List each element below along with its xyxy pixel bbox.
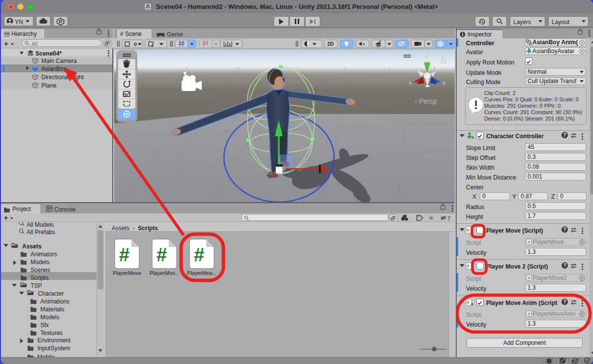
svg-text:#: # bbox=[119, 244, 129, 265]
svg-text:2D: 2D bbox=[327, 41, 334, 47]
svg-text:x: x bbox=[363, 42, 365, 46]
svg-text:y: y bbox=[425, 54, 428, 60]
svg-text:z: z bbox=[443, 80, 446, 86]
svg-text:x: x bbox=[409, 80, 412, 86]
svg-text:‹ Persp: ‹ Persp bbox=[415, 97, 437, 105]
svg-text:#: # bbox=[467, 300, 469, 305]
svg-text:7: 7 bbox=[447, 215, 450, 221]
svg-text:#: # bbox=[467, 264, 469, 269]
svg-text:#: # bbox=[467, 228, 469, 233]
